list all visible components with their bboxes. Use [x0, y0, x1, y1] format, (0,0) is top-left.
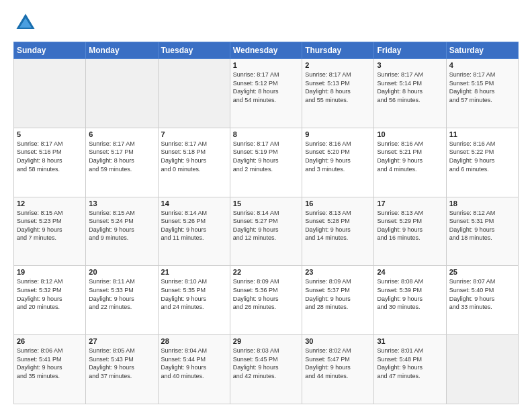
- week-row-5: 26Sunrise: 8:06 AM Sunset: 5:41 PM Dayli…: [14, 335, 519, 404]
- day-number: 6: [89, 130, 154, 138]
- day-cell: 25Sunrise: 8:07 AM Sunset: 5:40 PM Dayli…: [446, 266, 518, 335]
- weekday-wednesday: Wednesday: [230, 42, 302, 59]
- day-cell: 2Sunrise: 8:17 AM Sunset: 5:13 PM Daylig…: [302, 59, 374, 128]
- weekday-header-row: SundayMondayTuesdayWednesdayThursdayFrid…: [14, 42, 519, 59]
- day-number: 8: [233, 130, 299, 138]
- day-number: 31: [377, 337, 443, 345]
- calendar-header: SundayMondayTuesdayWednesdayThursdayFrid…: [14, 42, 519, 59]
- day-cell: [14, 59, 86, 128]
- day-info: Sunrise: 8:09 AM Sunset: 5:37 PM Dayligh…: [305, 277, 371, 311]
- day-cell: 18Sunrise: 8:12 AM Sunset: 5:31 PM Dayli…: [446, 197, 518, 266]
- day-info: Sunrise: 8:14 AM Sunset: 5:27 PM Dayligh…: [233, 209, 299, 242]
- day-cell: 3Sunrise: 8:17 AM Sunset: 5:14 PM Daylig…: [374, 59, 446, 128]
- week-row-2: 5Sunrise: 8:17 AM Sunset: 5:16 PM Daylig…: [14, 128, 519, 197]
- day-number: 10: [377, 130, 443, 138]
- day-cell: 10Sunrise: 8:16 AM Sunset: 5:21 PM Dayli…: [374, 128, 446, 197]
- day-cell: 7Sunrise: 8:17 AM Sunset: 5:18 PM Daylig…: [158, 128, 230, 197]
- day-number: 4: [449, 61, 515, 69]
- day-number: 9: [305, 130, 371, 138]
- day-info: Sunrise: 8:01 AM Sunset: 5:48 PM Dayligh…: [377, 347, 443, 380]
- day-cell: 14Sunrise: 8:14 AM Sunset: 5:26 PM Dayli…: [158, 197, 230, 266]
- day-info: Sunrise: 8:17 AM Sunset: 5:14 PM Dayligh…: [377, 71, 443, 104]
- weekday-monday: Monday: [86, 42, 158, 59]
- day-info: Sunrise: 8:07 AM Sunset: 5:40 PM Dayligh…: [449, 277, 515, 311]
- day-cell: 15Sunrise: 8:14 AM Sunset: 5:27 PM Dayli…: [230, 197, 302, 266]
- day-number: 26: [17, 337, 83, 345]
- weekday-tuesday: Tuesday: [158, 42, 230, 59]
- logo: [13, 11, 40, 35]
- day-info: Sunrise: 8:16 AM Sunset: 5:21 PM Dayligh…: [377, 140, 443, 173]
- day-number: 17: [377, 199, 443, 208]
- day-info: Sunrise: 8:12 AM Sunset: 5:31 PM Dayligh…: [449, 209, 515, 242]
- day-info: Sunrise: 8:10 AM Sunset: 5:35 PM Dayligh…: [161, 277, 227, 311]
- day-number: 3: [377, 61, 443, 69]
- day-cell: 4Sunrise: 8:17 AM Sunset: 5:15 PM Daylig…: [446, 59, 518, 128]
- day-info: Sunrise: 8:16 AM Sunset: 5:22 PM Dayligh…: [449, 140, 515, 173]
- day-cell: [86, 59, 158, 128]
- day-number: 21: [161, 268, 227, 276]
- weekday-sunday: Sunday: [14, 42, 86, 59]
- day-cell: 29Sunrise: 8:03 AM Sunset: 5:45 PM Dayli…: [230, 335, 302, 404]
- day-info: Sunrise: 8:12 AM Sunset: 5:32 PM Dayligh…: [17, 277, 83, 311]
- day-info: Sunrise: 8:03 AM Sunset: 5:45 PM Dayligh…: [233, 347, 299, 380]
- day-cell: 30Sunrise: 8:02 AM Sunset: 5:47 PM Dayli…: [302, 335, 374, 404]
- day-cell: [158, 59, 230, 128]
- day-cell: 28Sunrise: 8:04 AM Sunset: 5:44 PM Dayli…: [158, 335, 230, 404]
- day-info: Sunrise: 8:11 AM Sunset: 5:33 PM Dayligh…: [89, 277, 154, 311]
- day-number: 30: [305, 337, 371, 345]
- day-number: 19: [17, 268, 83, 276]
- day-number: 1: [233, 61, 299, 69]
- day-number: 23: [305, 268, 371, 276]
- calendar-table: SundayMondayTuesdayWednesdayThursdayFrid…: [13, 42, 519, 404]
- day-info: Sunrise: 8:17 AM Sunset: 5:17 PM Dayligh…: [89, 140, 154, 173]
- day-number: 5: [17, 130, 83, 138]
- day-info: Sunrise: 8:06 AM Sunset: 5:41 PM Dayligh…: [17, 347, 83, 380]
- day-cell: 19Sunrise: 8:12 AM Sunset: 5:32 PM Dayli…: [14, 266, 86, 335]
- weekday-thursday: Thursday: [302, 42, 374, 59]
- day-info: Sunrise: 8:14 AM Sunset: 5:26 PM Dayligh…: [161, 209, 227, 242]
- day-number: 29: [233, 337, 299, 345]
- calendar-body: 1Sunrise: 8:17 AM Sunset: 5:12 PM Daylig…: [14, 59, 519, 404]
- day-cell: 11Sunrise: 8:16 AM Sunset: 5:22 PM Dayli…: [446, 128, 518, 197]
- day-number: 27: [89, 337, 154, 345]
- header: [13, 11, 519, 35]
- day-number: 7: [161, 130, 227, 138]
- day-number: 12: [17, 199, 83, 208]
- week-row-4: 19Sunrise: 8:12 AM Sunset: 5:32 PM Dayli…: [14, 266, 519, 335]
- day-cell: 17Sunrise: 8:13 AM Sunset: 5:29 PM Dayli…: [374, 197, 446, 266]
- day-info: Sunrise: 8:09 AM Sunset: 5:36 PM Dayligh…: [233, 277, 299, 311]
- page: SundayMondayTuesdayWednesdayThursdayFrid…: [0, 0, 532, 411]
- day-info: Sunrise: 8:15 AM Sunset: 5:24 PM Dayligh…: [89, 209, 154, 242]
- day-info: Sunrise: 8:04 AM Sunset: 5:44 PM Dayligh…: [161, 347, 227, 380]
- day-number: 22: [233, 268, 299, 276]
- day-cell: 22Sunrise: 8:09 AM Sunset: 5:36 PM Dayli…: [230, 266, 302, 335]
- day-number: 18: [449, 199, 515, 208]
- week-row-3: 12Sunrise: 8:15 AM Sunset: 5:23 PM Dayli…: [14, 197, 519, 266]
- day-number: 24: [377, 268, 443, 276]
- day-cell: [446, 335, 518, 404]
- day-number: 14: [161, 199, 227, 208]
- day-info: Sunrise: 8:05 AM Sunset: 5:43 PM Dayligh…: [89, 347, 154, 380]
- day-info: Sunrise: 8:17 AM Sunset: 5:16 PM Dayligh…: [17, 140, 83, 173]
- day-cell: 9Sunrise: 8:16 AM Sunset: 5:20 PM Daylig…: [302, 128, 374, 197]
- day-cell: 5Sunrise: 8:17 AM Sunset: 5:16 PM Daylig…: [14, 128, 86, 197]
- day-cell: 16Sunrise: 8:13 AM Sunset: 5:28 PM Dayli…: [302, 197, 374, 266]
- day-number: 20: [89, 268, 154, 276]
- day-cell: 24Sunrise: 8:08 AM Sunset: 5:39 PM Dayli…: [374, 266, 446, 335]
- day-cell: 26Sunrise: 8:06 AM Sunset: 5:41 PM Dayli…: [14, 335, 86, 404]
- day-number: 28: [161, 337, 227, 345]
- day-number: 15: [233, 199, 299, 208]
- day-number: 2: [305, 61, 371, 69]
- day-info: Sunrise: 8:16 AM Sunset: 5:20 PM Dayligh…: [305, 140, 371, 173]
- day-number: 13: [89, 199, 154, 208]
- day-cell: 31Sunrise: 8:01 AM Sunset: 5:48 PM Dayli…: [374, 335, 446, 404]
- day-cell: 27Sunrise: 8:05 AM Sunset: 5:43 PM Dayli…: [86, 335, 158, 404]
- day-cell: 8Sunrise: 8:17 AM Sunset: 5:19 PM Daylig…: [230, 128, 302, 197]
- logo-icon: [13, 11, 38, 35]
- day-cell: 6Sunrise: 8:17 AM Sunset: 5:17 PM Daylig…: [86, 128, 158, 197]
- day-info: Sunrise: 8:17 AM Sunset: 5:18 PM Dayligh…: [161, 140, 227, 173]
- day-number: 16: [305, 199, 371, 208]
- day-number: 25: [449, 268, 515, 276]
- day-info: Sunrise: 8:02 AM Sunset: 5:47 PM Dayligh…: [305, 347, 371, 380]
- day-info: Sunrise: 8:17 AM Sunset: 5:19 PM Dayligh…: [233, 140, 299, 173]
